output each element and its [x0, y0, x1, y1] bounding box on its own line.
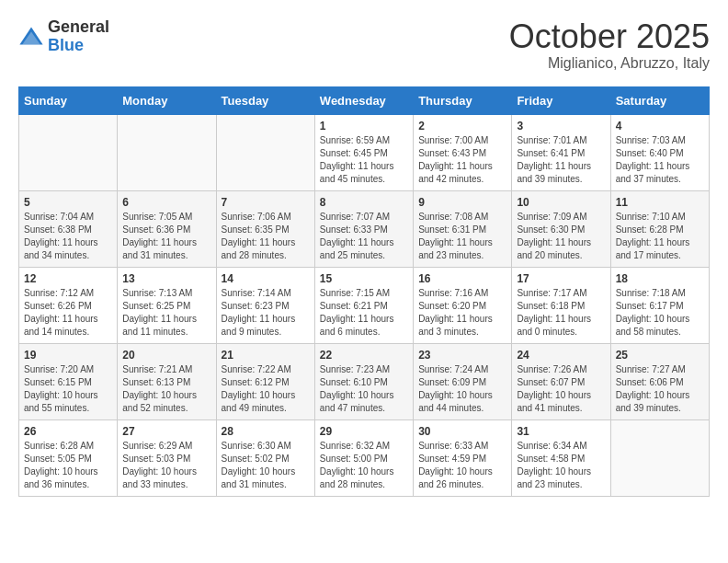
day-number: 28: [222, 425, 310, 438]
calendar-cell: 9Sunrise: 7:08 AMSunset: 6:31 PMDaylight…: [414, 190, 512, 267]
cell-sun-info: Sunrise: 7:06 AMSunset: 6:35 PMDaylight:…: [222, 211, 310, 262]
day-number: 13: [122, 272, 210, 285]
location: Miglianico, Abruzzo, Italy: [509, 55, 710, 72]
cell-sun-info: Sunrise: 6:29 AMSunset: 5:03 PMDaylight:…: [122, 440, 210, 491]
cell-sun-info: Sunrise: 7:05 AMSunset: 6:36 PMDaylight:…: [122, 211, 210, 262]
calendar-cell: 18Sunrise: 7:18 AMSunset: 6:17 PMDayligh…: [610, 267, 709, 343]
cell-sun-info: Sunrise: 7:16 AMSunset: 6:20 PMDaylight:…: [418, 287, 506, 339]
cell-sun-info: Sunrise: 6:59 AMSunset: 6:45 PMDaylight:…: [320, 134, 408, 186]
week-row-4: 19Sunrise: 7:20 AMSunset: 6:15 PMDayligh…: [19, 343, 710, 419]
title-block: October 2025 Miglianico, Abruzzo, Italy: [509, 18, 710, 72]
day-number: 27: [122, 425, 210, 438]
calendar-cell: 22Sunrise: 7:23 AMSunset: 6:10 PMDayligh…: [314, 343, 413, 419]
day-number: 15: [320, 272, 408, 285]
day-number: 20: [122, 349, 210, 362]
day-number: 5: [24, 196, 112, 209]
week-row-1: 1Sunrise: 6:59 AMSunset: 6:45 PMDaylight…: [19, 114, 710, 190]
column-header-monday: Monday: [118, 86, 216, 114]
cell-sun-info: Sunrise: 7:18 AMSunset: 6:17 PMDaylight:…: [616, 287, 704, 339]
cell-sun-info: Sunrise: 7:10 AMSunset: 6:28 PMDaylight:…: [616, 211, 704, 262]
logo-blue: Blue: [48, 37, 109, 55]
calendar-cell: 15Sunrise: 7:15 AMSunset: 6:21 PMDayligh…: [314, 267, 413, 343]
page-header: General Blue October 2025 Miglianico, Ab…: [18, 18, 710, 72]
calendar-cell: 11Sunrise: 7:10 AMSunset: 6:28 PMDayligh…: [610, 190, 709, 267]
column-header-saturday: Saturday: [610, 86, 709, 114]
calendar-cell: [610, 419, 709, 496]
week-row-2: 5Sunrise: 7:04 AMSunset: 6:38 PMDaylight…: [19, 190, 710, 267]
cell-sun-info: Sunrise: 7:27 AMSunset: 6:06 PMDaylight:…: [616, 363, 704, 415]
calendar-cell: 28Sunrise: 6:30 AMSunset: 5:02 PMDayligh…: [216, 419, 314, 496]
cell-sun-info: Sunrise: 7:23 AMSunset: 6:10 PMDaylight:…: [320, 363, 408, 415]
day-number: 25: [616, 349, 704, 362]
cell-sun-info: Sunrise: 7:17 AMSunset: 6:18 PMDaylight:…: [517, 287, 605, 339]
day-number: 31: [517, 425, 605, 438]
calendar-cell: 30Sunrise: 6:33 AMSunset: 4:59 PMDayligh…: [414, 419, 512, 496]
cell-sun-info: Sunrise: 7:15 AMSunset: 6:21 PMDaylight:…: [320, 287, 408, 339]
day-number: 30: [418, 425, 506, 438]
day-number: 16: [418, 272, 506, 285]
cell-sun-info: Sunrise: 7:20 AMSunset: 6:15 PMDaylight:…: [24, 363, 112, 415]
week-row-5: 26Sunrise: 6:28 AMSunset: 5:05 PMDayligh…: [19, 419, 710, 496]
day-number: 18: [616, 272, 704, 285]
calendar-cell: 2Sunrise: 7:00 AMSunset: 6:43 PMDaylight…: [414, 114, 512, 190]
column-header-thursday: Thursday: [414, 86, 512, 114]
day-number: 10: [517, 196, 605, 209]
calendar-cell: [216, 114, 314, 190]
cell-sun-info: Sunrise: 7:14 AMSunset: 6:23 PMDaylight:…: [222, 287, 310, 339]
calendar-header-row: SundayMondayTuesdayWednesdayThursdayFrid…: [19, 86, 710, 114]
calendar-cell: [118, 114, 216, 190]
calendar-cell: 27Sunrise: 6:29 AMSunset: 5:03 PMDayligh…: [118, 419, 216, 496]
cell-sun-info: Sunrise: 7:03 AMSunset: 6:40 PMDaylight:…: [616, 134, 704, 186]
day-number: 14: [222, 272, 310, 285]
logo: General Blue: [18, 18, 109, 55]
day-number: 8: [320, 196, 408, 209]
calendar-cell: [19, 114, 118, 190]
cell-sun-info: Sunrise: 6:33 AMSunset: 4:59 PMDaylight:…: [418, 440, 506, 491]
cell-sun-info: Sunrise: 7:09 AMSunset: 6:30 PMDaylight:…: [517, 211, 605, 262]
calendar-cell: 13Sunrise: 7:13 AMSunset: 6:25 PMDayligh…: [118, 267, 216, 343]
day-number: 24: [517, 349, 605, 362]
column-header-wednesday: Wednesday: [314, 86, 413, 114]
calendar-cell: 14Sunrise: 7:14 AMSunset: 6:23 PMDayligh…: [216, 267, 314, 343]
day-number: 23: [418, 349, 506, 362]
cell-sun-info: Sunrise: 7:13 AMSunset: 6:25 PMDaylight:…: [122, 287, 210, 339]
calendar-body: 1Sunrise: 6:59 AMSunset: 6:45 PMDaylight…: [19, 114, 710, 496]
calendar-cell: 8Sunrise: 7:07 AMSunset: 6:33 PMDaylight…: [314, 190, 413, 267]
day-number: 22: [320, 349, 408, 362]
calendar-cell: 31Sunrise: 6:34 AMSunset: 4:58 PMDayligh…: [512, 419, 610, 496]
cell-sun-info: Sunrise: 6:30 AMSunset: 5:02 PMDaylight:…: [222, 440, 310, 491]
day-number: 1: [320, 120, 408, 132]
calendar-cell: 3Sunrise: 7:01 AMSunset: 6:41 PMDaylight…: [512, 114, 610, 190]
cell-sun-info: Sunrise: 7:01 AMSunset: 6:41 PMDaylight:…: [517, 134, 605, 186]
calendar-cell: 20Sunrise: 7:21 AMSunset: 6:13 PMDayligh…: [118, 343, 216, 419]
month-title: October 2025: [509, 18, 710, 55]
cell-sun-info: Sunrise: 7:07 AMSunset: 6:33 PMDaylight:…: [320, 211, 408, 262]
day-number: 2: [418, 120, 506, 132]
column-header-tuesday: Tuesday: [216, 86, 314, 114]
day-number: 4: [616, 120, 704, 132]
cell-sun-info: Sunrise: 6:32 AMSunset: 5:00 PMDaylight:…: [320, 440, 408, 491]
cell-sun-info: Sunrise: 7:24 AMSunset: 6:09 PMDaylight:…: [418, 363, 506, 415]
week-row-3: 12Sunrise: 7:12 AMSunset: 6:26 PMDayligh…: [19, 267, 710, 343]
calendar-cell: 26Sunrise: 6:28 AMSunset: 5:05 PMDayligh…: [19, 419, 118, 496]
cell-sun-info: Sunrise: 6:34 AMSunset: 4:58 PMDaylight:…: [517, 440, 605, 491]
calendar-cell: 23Sunrise: 7:24 AMSunset: 6:09 PMDayligh…: [414, 343, 512, 419]
cell-sun-info: Sunrise: 7:04 AMSunset: 6:38 PMDaylight:…: [24, 211, 112, 262]
day-number: 3: [517, 120, 605, 132]
day-number: 7: [222, 196, 310, 209]
calendar-cell: 10Sunrise: 7:09 AMSunset: 6:30 PMDayligh…: [512, 190, 610, 267]
calendar-cell: 4Sunrise: 7:03 AMSunset: 6:40 PMDaylight…: [610, 114, 709, 190]
day-number: 12: [24, 272, 112, 285]
calendar-cell: 29Sunrise: 6:32 AMSunset: 5:00 PMDayligh…: [314, 419, 413, 496]
calendar-cell: 1Sunrise: 6:59 AMSunset: 6:45 PMDaylight…: [314, 114, 413, 190]
cell-sun-info: Sunrise: 6:28 AMSunset: 5:05 PMDaylight:…: [24, 440, 112, 491]
day-number: 9: [418, 196, 506, 209]
calendar-cell: 6Sunrise: 7:05 AMSunset: 6:36 PMDaylight…: [118, 190, 216, 267]
calendar-cell: 21Sunrise: 7:22 AMSunset: 6:12 PMDayligh…: [216, 343, 314, 419]
calendar-cell: 7Sunrise: 7:06 AMSunset: 6:35 PMDaylight…: [216, 190, 314, 267]
calendar-cell: 24Sunrise: 7:26 AMSunset: 6:07 PMDayligh…: [512, 343, 610, 419]
calendar-cell: 16Sunrise: 7:16 AMSunset: 6:20 PMDayligh…: [414, 267, 512, 343]
day-number: 6: [122, 196, 210, 209]
calendar-cell: 19Sunrise: 7:20 AMSunset: 6:15 PMDayligh…: [19, 343, 118, 419]
calendar-cell: 12Sunrise: 7:12 AMSunset: 6:26 PMDayligh…: [19, 267, 118, 343]
